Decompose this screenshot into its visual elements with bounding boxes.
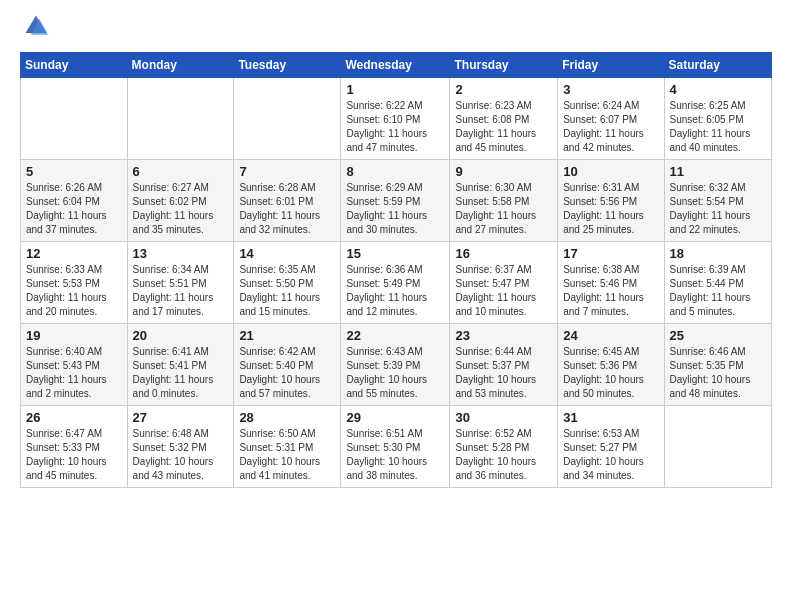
week-row-3: 12Sunrise: 6:33 AM Sunset: 5:53 PM Dayli… [21, 242, 772, 324]
calendar-cell: 9Sunrise: 6:30 AM Sunset: 5:58 PM Daylig… [450, 160, 558, 242]
day-number: 25 [670, 328, 766, 343]
day-info: Sunrise: 6:53 AM Sunset: 5:27 PM Dayligh… [563, 427, 658, 483]
day-number: 5 [26, 164, 122, 179]
day-number: 11 [670, 164, 766, 179]
calendar-cell: 6Sunrise: 6:27 AM Sunset: 6:02 PM Daylig… [127, 160, 234, 242]
day-info: Sunrise: 6:30 AM Sunset: 5:58 PM Dayligh… [455, 181, 552, 237]
calendar-cell: 23Sunrise: 6:44 AM Sunset: 5:37 PM Dayli… [450, 324, 558, 406]
weekday-header-row: SundayMondayTuesdayWednesdayThursdayFrid… [21, 53, 772, 78]
day-number: 16 [455, 246, 552, 261]
calendar-cell: 12Sunrise: 6:33 AM Sunset: 5:53 PM Dayli… [21, 242, 128, 324]
calendar-cell: 2Sunrise: 6:23 AM Sunset: 6:08 PM Daylig… [450, 78, 558, 160]
day-number: 17 [563, 246, 658, 261]
day-info: Sunrise: 6:28 AM Sunset: 6:01 PM Dayligh… [239, 181, 335, 237]
calendar-cell: 28Sunrise: 6:50 AM Sunset: 5:31 PM Dayli… [234, 406, 341, 488]
page: SundayMondayTuesdayWednesdayThursdayFrid… [0, 0, 792, 504]
day-info: Sunrise: 6:41 AM Sunset: 5:41 PM Dayligh… [133, 345, 229, 401]
day-info: Sunrise: 6:34 AM Sunset: 5:51 PM Dayligh… [133, 263, 229, 319]
calendar-cell: 4Sunrise: 6:25 AM Sunset: 6:05 PM Daylig… [664, 78, 771, 160]
calendar-cell: 8Sunrise: 6:29 AM Sunset: 5:59 PM Daylig… [341, 160, 450, 242]
calendar-cell: 7Sunrise: 6:28 AM Sunset: 6:01 PM Daylig… [234, 160, 341, 242]
day-info: Sunrise: 6:51 AM Sunset: 5:30 PM Dayligh… [346, 427, 444, 483]
day-info: Sunrise: 6:36 AM Sunset: 5:49 PM Dayligh… [346, 263, 444, 319]
day-info: Sunrise: 6:47 AM Sunset: 5:33 PM Dayligh… [26, 427, 122, 483]
calendar-cell: 24Sunrise: 6:45 AM Sunset: 5:36 PM Dayli… [558, 324, 664, 406]
day-number: 29 [346, 410, 444, 425]
day-number: 10 [563, 164, 658, 179]
day-number: 6 [133, 164, 229, 179]
calendar-cell: 16Sunrise: 6:37 AM Sunset: 5:47 PM Dayli… [450, 242, 558, 324]
calendar-cell: 30Sunrise: 6:52 AM Sunset: 5:28 PM Dayli… [450, 406, 558, 488]
calendar-cell [127, 78, 234, 160]
weekday-header-friday: Friday [558, 53, 664, 78]
weekday-header-thursday: Thursday [450, 53, 558, 78]
day-info: Sunrise: 6:25 AM Sunset: 6:05 PM Dayligh… [670, 99, 766, 155]
calendar-cell: 18Sunrise: 6:39 AM Sunset: 5:44 PM Dayli… [664, 242, 771, 324]
day-info: Sunrise: 6:39 AM Sunset: 5:44 PM Dayligh… [670, 263, 766, 319]
calendar-cell: 15Sunrise: 6:36 AM Sunset: 5:49 PM Dayli… [341, 242, 450, 324]
day-info: Sunrise: 6:37 AM Sunset: 5:47 PM Dayligh… [455, 263, 552, 319]
day-number: 15 [346, 246, 444, 261]
day-number: 13 [133, 246, 229, 261]
day-number: 20 [133, 328, 229, 343]
logo [20, 16, 50, 40]
calendar-cell: 10Sunrise: 6:31 AM Sunset: 5:56 PM Dayli… [558, 160, 664, 242]
week-row-4: 19Sunrise: 6:40 AM Sunset: 5:43 PM Dayli… [21, 324, 772, 406]
day-info: Sunrise: 6:27 AM Sunset: 6:02 PM Dayligh… [133, 181, 229, 237]
calendar-cell: 22Sunrise: 6:43 AM Sunset: 5:39 PM Dayli… [341, 324, 450, 406]
day-info: Sunrise: 6:42 AM Sunset: 5:40 PM Dayligh… [239, 345, 335, 401]
calendar-cell: 20Sunrise: 6:41 AM Sunset: 5:41 PM Dayli… [127, 324, 234, 406]
calendar-table: SundayMondayTuesdayWednesdayThursdayFrid… [20, 52, 772, 488]
day-info: Sunrise: 6:26 AM Sunset: 6:04 PM Dayligh… [26, 181, 122, 237]
day-number: 24 [563, 328, 658, 343]
day-number: 30 [455, 410, 552, 425]
week-row-1: 1Sunrise: 6:22 AM Sunset: 6:10 PM Daylig… [21, 78, 772, 160]
calendar-cell: 27Sunrise: 6:48 AM Sunset: 5:32 PM Dayli… [127, 406, 234, 488]
calendar-cell: 29Sunrise: 6:51 AM Sunset: 5:30 PM Dayli… [341, 406, 450, 488]
calendar-cell: 11Sunrise: 6:32 AM Sunset: 5:54 PM Dayli… [664, 160, 771, 242]
day-info: Sunrise: 6:48 AM Sunset: 5:32 PM Dayligh… [133, 427, 229, 483]
day-info: Sunrise: 6:33 AM Sunset: 5:53 PM Dayligh… [26, 263, 122, 319]
day-number: 26 [26, 410, 122, 425]
calendar-cell: 5Sunrise: 6:26 AM Sunset: 6:04 PM Daylig… [21, 160, 128, 242]
calendar-cell: 31Sunrise: 6:53 AM Sunset: 5:27 PM Dayli… [558, 406, 664, 488]
calendar-cell: 25Sunrise: 6:46 AM Sunset: 5:35 PM Dayli… [664, 324, 771, 406]
day-info: Sunrise: 6:52 AM Sunset: 5:28 PM Dayligh… [455, 427, 552, 483]
day-number: 1 [346, 82, 444, 97]
day-number: 4 [670, 82, 766, 97]
calendar-cell: 13Sunrise: 6:34 AM Sunset: 5:51 PM Dayli… [127, 242, 234, 324]
logo-icon [22, 12, 50, 40]
calendar-cell: 17Sunrise: 6:38 AM Sunset: 5:46 PM Dayli… [558, 242, 664, 324]
week-row-2: 5Sunrise: 6:26 AM Sunset: 6:04 PM Daylig… [21, 160, 772, 242]
weekday-header-wednesday: Wednesday [341, 53, 450, 78]
day-info: Sunrise: 6:23 AM Sunset: 6:08 PM Dayligh… [455, 99, 552, 155]
day-number: 19 [26, 328, 122, 343]
day-info: Sunrise: 6:29 AM Sunset: 5:59 PM Dayligh… [346, 181, 444, 237]
week-row-5: 26Sunrise: 6:47 AM Sunset: 5:33 PM Dayli… [21, 406, 772, 488]
day-info: Sunrise: 6:35 AM Sunset: 5:50 PM Dayligh… [239, 263, 335, 319]
day-info: Sunrise: 6:24 AM Sunset: 6:07 PM Dayligh… [563, 99, 658, 155]
weekday-header-monday: Monday [127, 53, 234, 78]
day-info: Sunrise: 6:44 AM Sunset: 5:37 PM Dayligh… [455, 345, 552, 401]
day-number: 28 [239, 410, 335, 425]
day-info: Sunrise: 6:50 AM Sunset: 5:31 PM Dayligh… [239, 427, 335, 483]
weekday-header-sunday: Sunday [21, 53, 128, 78]
day-number: 8 [346, 164, 444, 179]
calendar-cell: 1Sunrise: 6:22 AM Sunset: 6:10 PM Daylig… [341, 78, 450, 160]
calendar-cell: 3Sunrise: 6:24 AM Sunset: 6:07 PM Daylig… [558, 78, 664, 160]
day-number: 22 [346, 328, 444, 343]
calendar-cell: 14Sunrise: 6:35 AM Sunset: 5:50 PM Dayli… [234, 242, 341, 324]
day-number: 18 [670, 246, 766, 261]
day-info: Sunrise: 6:43 AM Sunset: 5:39 PM Dayligh… [346, 345, 444, 401]
calendar-cell [234, 78, 341, 160]
weekday-header-tuesday: Tuesday [234, 53, 341, 78]
day-number: 7 [239, 164, 335, 179]
day-number: 14 [239, 246, 335, 261]
day-info: Sunrise: 6:40 AM Sunset: 5:43 PM Dayligh… [26, 345, 122, 401]
day-number: 12 [26, 246, 122, 261]
day-number: 27 [133, 410, 229, 425]
weekday-header-saturday: Saturday [664, 53, 771, 78]
calendar-cell [664, 406, 771, 488]
day-info: Sunrise: 6:32 AM Sunset: 5:54 PM Dayligh… [670, 181, 766, 237]
calendar-cell: 19Sunrise: 6:40 AM Sunset: 5:43 PM Dayli… [21, 324, 128, 406]
